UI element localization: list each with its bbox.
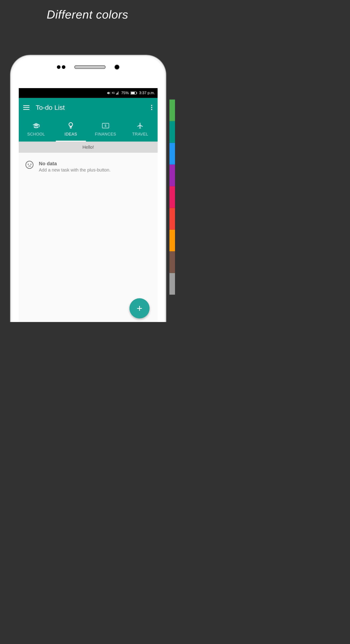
- airplane-icon: [137, 122, 144, 129]
- add-task-fab[interactable]: +: [130, 298, 150, 318]
- tab-label: FINANCES: [95, 132, 116, 137]
- color-swatch-blue[interactable]: [170, 143, 175, 164]
- color-swatch-pink[interactable]: [170, 186, 175, 208]
- mute-icon: [107, 91, 111, 95]
- color-swatch-orange[interactable]: [170, 230, 175, 251]
- empty-state-subtitle: Add a new task with the plus-button.: [39, 168, 111, 173]
- app-bar: To-do List: [19, 98, 158, 117]
- tab-label: IDEAS: [64, 132, 77, 137]
- money-icon: $: [102, 122, 109, 129]
- color-swatch-green[interactable]: [170, 100, 175, 121]
- tab-label: SCHOOL: [27, 132, 45, 137]
- empty-state-title: No data: [39, 161, 111, 166]
- tab-label: TRAVEL: [132, 132, 148, 137]
- phone-screen: 4G 75% 3:37 p.m. To-do List SCHOOL: [19, 88, 158, 322]
- phone-body: 4G 75% 3:37 p.m. To-do List SCHOOL: [12, 57, 164, 322]
- color-swatch-purple[interactable]: [170, 164, 175, 186]
- front-camera: [115, 64, 119, 70]
- app-title: To-do List: [36, 104, 144, 111]
- greeting-banner: Hello!: [19, 142, 158, 153]
- svg-text:$: $: [104, 124, 107, 128]
- tab-finances[interactable]: $ FINANCES: [88, 117, 123, 142]
- clock-time: 3:37 p.m.: [139, 91, 155, 95]
- color-swatch-teal[interactable]: [170, 121, 175, 143]
- empty-state-text: No data Add a new task with the plus-but…: [39, 161, 111, 173]
- promo-title: Different colors: [0, 8, 175, 21]
- overflow-menu-icon[interactable]: [150, 104, 153, 111]
- svg-point-3: [69, 122, 73, 126]
- signal-icon: [116, 91, 119, 95]
- tab-school[interactable]: SCHOOL: [19, 117, 54, 142]
- svg-rect-1: [131, 92, 135, 94]
- school-icon: [33, 122, 40, 129]
- battery-percent: 75%: [121, 91, 129, 95]
- tab-ideas[interactable]: IDEAS: [54, 117, 88, 142]
- color-swatch-brown[interactable]: [170, 251, 175, 273]
- proximity-sensors: [57, 65, 65, 69]
- status-icons: 4G: [107, 91, 119, 95]
- svg-rect-2: [137, 92, 137, 94]
- tab-travel[interactable]: TRAVEL: [123, 117, 158, 142]
- lightbulb-icon: [67, 122, 74, 129]
- plus-icon: +: [137, 304, 142, 313]
- neutral-face-icon: [25, 161, 33, 169]
- battery-icon: [131, 91, 137, 95]
- color-palette-strip: [170, 100, 175, 295]
- earpiece-speaker: [74, 65, 106, 69]
- hamburger-menu-icon[interactable]: [23, 105, 29, 110]
- tab-bar: SCHOOL IDEAS $ FINANCES: [19, 117, 158, 142]
- color-swatch-grey[interactable]: [170, 273, 175, 295]
- phone-hardware: [12, 63, 164, 71]
- status-bar: 4G 75% 3:37 p.m.: [19, 88, 158, 98]
- phone-frame: 4G 75% 3:37 p.m. To-do List SCHOOL: [10, 55, 166, 322]
- color-swatch-red[interactable]: [170, 208, 175, 230]
- content-area: No data Add a new task with the plus-but…: [19, 153, 158, 181]
- network-label: 4G: [112, 92, 115, 94]
